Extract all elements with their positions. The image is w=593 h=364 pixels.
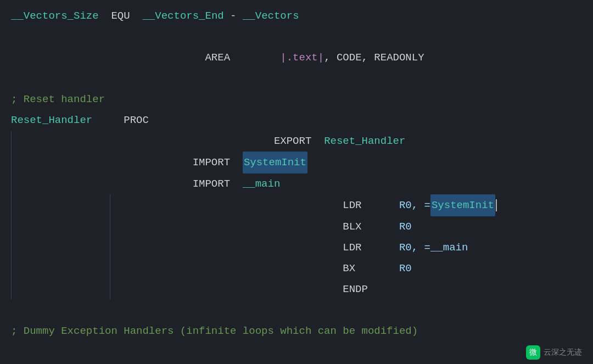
guide-line2 [110,258,110,279]
watermark-text: 云深之无迹 [544,348,582,357]
code-line-1: __Vectors_Size EQU __Vectors_End - __Vec… [0,5,593,26]
code-token: , CODE, READONLY [324,47,424,68]
code-token: Reset_Handler [324,131,405,152]
code-token [230,173,243,194]
code-line-blank [0,26,593,47]
code-line-bx: BX R0 [0,258,593,279]
code-line-comment2: ; Dummy Exception Handlers (infinite loo… [0,321,593,341]
code-token: ENDP [343,279,368,300]
code-token [405,131,593,152]
guide-line2 [110,216,110,237]
code-line-blank2 [0,68,593,89]
code-token: LDR [343,237,361,258]
code-token: PROC [92,110,149,131]
cursor [496,199,497,211]
code-token: LDR [343,195,361,216]
code-token: __Vectors_End [142,5,223,26]
watermark: 微 云深之无迹 [526,345,582,360]
guide-line2 [110,194,110,216]
code-token [311,131,324,152]
guide-line2 [110,237,110,258]
code-token: BX [343,258,355,279]
guide-line [11,258,12,279]
guide-line [11,152,12,173]
code-token: R0 [362,216,412,237]
code-token-highlighted-cursor: SystemInit [430,194,495,216]
code-token: __Vectors_Size [11,5,99,26]
code-token: __Vectors [243,5,299,26]
code-token: R0, =__main [362,237,468,258]
code-line-endp: ENDP [0,279,593,300]
code-token: AREA [205,47,230,68]
code-line-ldr2: LDR R0, =__main [0,237,593,258]
code-token [230,152,243,173]
code-token: __main [243,173,280,194]
guide-line [11,237,12,258]
code-token: BLX [343,216,361,237]
guide-line [11,173,12,194]
code-line-blank3 [0,300,593,321]
code-line-blx: BLX R0 [0,216,593,237]
guide-line [11,131,12,152]
code-line-import-systeminit: IMPORT SystemInit [0,152,593,173]
code-comment: ; Dummy Exception Handlers (infinite loo… [11,321,418,341]
watermark-icon: 微 [526,345,540,360]
code-token: Reset_Handler [11,110,92,131]
code-token: R0 [355,258,412,279]
code-line-ldr1: LDR R0, = SystemInit [0,194,593,216]
guide-line2 [110,279,110,300]
code-token: R0, = [362,195,430,216]
code-line-import-main: IMPORT __main [0,173,593,194]
code-token: IMPORT [193,152,230,173]
code-token-highlighted: SystemInit [243,152,307,173]
code-token: |.text| [280,47,324,68]
code-token [230,47,280,68]
code-line-area: AREA |.text| , CODE, READONLY [0,47,593,68]
code-line-export: EXPORT Reset_Handler [WEAK] [0,131,593,152]
code-token: EXPORT [274,131,311,152]
guide-line [11,279,12,300]
code-token: - [224,5,243,26]
code-token: EQU [99,5,143,26]
guide-line [11,216,12,237]
code-line-comment1: ; Reset handler [0,89,593,110]
code-comment: ; Reset handler [11,89,105,110]
guide-line [11,194,12,216]
code-token: IMPORT [193,173,230,194]
code-editor: __Vectors_Size EQU __Vectors_End - __Vec… [0,0,593,364]
code-line-reset-handler: Reset_Handler PROC [0,110,593,131]
